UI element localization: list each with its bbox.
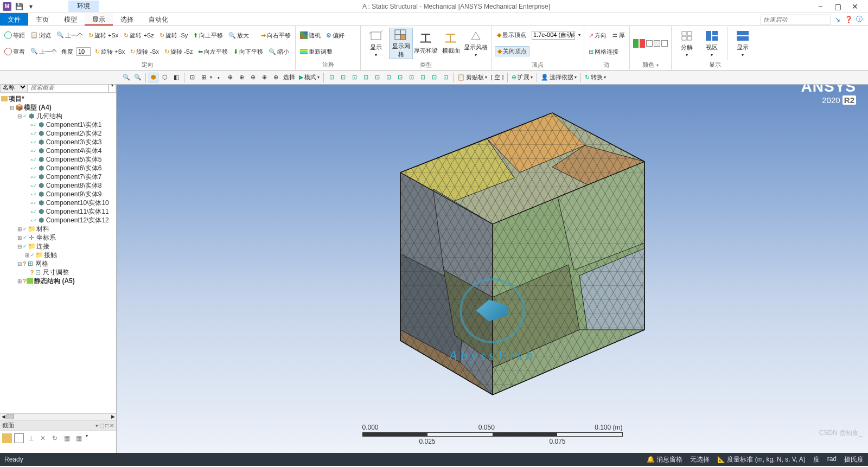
- mode-label[interactable]: ▶模式 ▾: [298, 73, 321, 81]
- section-tool-icon[interactable]: ⊥: [26, 433, 36, 443]
- pan-down-button[interactable]: ⬇向下平移: [232, 47, 264, 56]
- expand-icon[interactable]: ⊞: [16, 226, 23, 232]
- fit-icon[interactable]: ⊕: [248, 73, 258, 82]
- expand-icon[interactable]: ⊟: [16, 113, 23, 119]
- select-mode-icon[interactable]: ⊞: [199, 73, 208, 82]
- tab-home[interactable]: 主页: [28, 13, 56, 25]
- explode-button[interactable]: 分解▾: [675, 29, 699, 57]
- tree-component[interactable]: Component8\实体8: [46, 181, 102, 190]
- random-button[interactable]: 随机: [299, 31, 322, 40]
- look-button[interactable]: 查看: [3, 47, 26, 56]
- tb-icon[interactable]: ⊡: [429, 73, 439, 82]
- tab-auto[interactable]: 自动化: [141, 13, 176, 25]
- expand-icon[interactable]: ⊟: [16, 244, 23, 250]
- qat-dropdown-icon[interactable]: ▾: [26, 2, 36, 11]
- rot-msx-button[interactable]: ↻旋转 -Sx: [129, 47, 160, 56]
- expand-icon[interactable]: ⊞: [24, 252, 30, 258]
- tree-coord[interactable]: 坐标系: [36, 233, 56, 242]
- dropdown-icon[interactable]: ▾: [578, 33, 580, 37]
- rot-pz-button[interactable]: ↻旋转 +Sz: [123, 31, 155, 40]
- help-icon[interactable]: ❓: [844, 15, 853, 24]
- rescale-button[interactable]: 重新调整: [299, 47, 334, 56]
- close-icon[interactable]: ✕: [848, 2, 861, 11]
- section-tool-icon[interactable]: ▦: [62, 433, 72, 443]
- panel-opt-icon[interactable]: □: [105, 423, 108, 428]
- tree-mesh[interactable]: 网格: [35, 259, 48, 268]
- select-mode-icon[interactable]: ⊡: [187, 73, 197, 82]
- tree-component[interactable]: Component11\实体11: [46, 207, 109, 216]
- tb-icon[interactable]: ⊡: [441, 73, 450, 82]
- close-vertex-button[interactable]: ◆关闭顶点: [495, 46, 529, 56]
- color-swatch-icon[interactable]: [633, 39, 639, 48]
- tree-sizing[interactable]: 尺寸调整: [43, 268, 69, 277]
- tree-component[interactable]: Component7\实体7: [46, 172, 102, 182]
- thick-edge-button[interactable]: 〓厚: [611, 31, 626, 40]
- minimize-icon[interactable]: −: [814, 2, 827, 11]
- section-tool-icon[interactable]: [2, 433, 12, 443]
- next-button[interactable]: 🔍上一个: [29, 47, 58, 56]
- color-swatch-icon[interactable]: [640, 39, 645, 48]
- tree-component[interactable]: Component5\实体5: [46, 155, 102, 164]
- tab-model[interactable]: 模型: [56, 13, 85, 25]
- rot-px-button[interactable]: ↻旋转 +Sx: [87, 31, 119, 40]
- display-options-button[interactable]: 显示▾: [731, 29, 755, 57]
- cube-icon[interactable]: ⬢: [149, 73, 158, 82]
- tree-scrollbar[interactable]: ◀▶: [0, 413, 116, 420]
- status-msg-icon[interactable]: 🔔 消息窗格: [647, 455, 682, 464]
- tree-contact[interactable]: 接触: [44, 251, 57, 260]
- xsec-button[interactable]: 工横截面: [439, 33, 463, 55]
- point-icon[interactable]: •: [214, 73, 224, 82]
- tab-select[interactable]: 选择: [113, 13, 141, 25]
- rot-my-button[interactable]: ↻旋转 -Sy: [158, 31, 189, 40]
- tb-icon[interactable]: ⊡: [384, 73, 393, 82]
- expand-icon[interactable]: ⊟: [16, 261, 23, 267]
- expand-icon[interactable]: ⊞: [16, 235, 23, 241]
- rot-msz-button[interactable]: ↻旋转 -Sz: [163, 47, 194, 56]
- panel-close-icon[interactable]: ✕: [110, 423, 114, 428]
- select-by-label[interactable]: 👤选择依据 ▾: [540, 73, 578, 81]
- arrow-icon[interactable]: ↘: [833, 15, 842, 24]
- tab-display[interactable]: 显示: [85, 13, 113, 25]
- face-icon[interactable]: ◧: [171, 73, 181, 82]
- color-swatch-icon[interactable]: [654, 40, 660, 47]
- tree-component[interactable]: Component9\实体9: [46, 190, 102, 199]
- vertex-value-input[interactable]: [532, 31, 575, 40]
- cube-wire-icon[interactable]: ⬡: [160, 73, 170, 82]
- expand-icon[interactable]: ⊞: [16, 278, 23, 284]
- section-tool-icon[interactable]: ✕: [38, 433, 48, 443]
- fit-icon[interactable]: ⊕: [259, 73, 269, 82]
- tree-geom[interactable]: 几何结构: [36, 112, 62, 121]
- expand-icon[interactable]: ⊟: [9, 105, 15, 111]
- context-tab[interactable]: 环境: [68, 1, 99, 12]
- pref-button[interactable]: ⚙偏好: [325, 31, 346, 40]
- fit-icon[interactable]: ⊕: [237, 73, 246, 82]
- tb-icon[interactable]: ⊡: [406, 73, 416, 82]
- pan-right-button[interactable]: ➡向右平移: [260, 31, 292, 40]
- tree-component[interactable]: Component2\实体2: [46, 129, 102, 138]
- tree-component[interactable]: Component3\实体3: [46, 138, 102, 147]
- show-vertex-button[interactable]: ◆显示顶点: [495, 30, 528, 40]
- thick-button[interactable]: 工厚壳和梁: [414, 33, 438, 55]
- info-icon[interactable]: ⓘ: [855, 15, 864, 24]
- tree-component[interactable]: Component12\实体12: [46, 216, 109, 225]
- display-button[interactable]: 显示▾: [364, 29, 388, 57]
- extend-label[interactable]: ⊕扩展 ▾: [510, 73, 534, 81]
- zoom-out-button[interactable]: 🔍缩小: [267, 47, 290, 56]
- tree-component[interactable]: Component6\实体6: [46, 164, 102, 173]
- browse-button[interactable]: 📋浏览: [29, 31, 52, 40]
- zoom-fit-icon[interactable]: 🔍: [122, 73, 131, 82]
- viewport-button[interactable]: 视区▾: [700, 29, 724, 57]
- model-view[interactable]: [324, 102, 661, 406]
- tree-component[interactable]: Component4\实体4: [46, 146, 102, 156]
- tree-static[interactable]: 静态结构 (A5): [34, 277, 75, 286]
- tb-icon[interactable]: ⊡: [372, 73, 382, 82]
- tb-icon[interactable]: ⊡: [361, 73, 371, 82]
- iso-button[interactable]: 等距: [3, 31, 26, 40]
- zoom-fit-icon[interactable]: 🔍: [133, 73, 143, 82]
- section-tool-icon[interactable]: [14, 433, 24, 443]
- quick-launch-input[interactable]: [761, 15, 831, 24]
- section-tool-icon[interactable]: ▦: [74, 433, 84, 443]
- viewport[interactable]: ANSYS 2020 R2: [117, 71, 868, 453]
- qat-save-icon[interactable]: 💾: [14, 2, 24, 11]
- panel-dropdown-icon[interactable]: ▾: [95, 423, 98, 428]
